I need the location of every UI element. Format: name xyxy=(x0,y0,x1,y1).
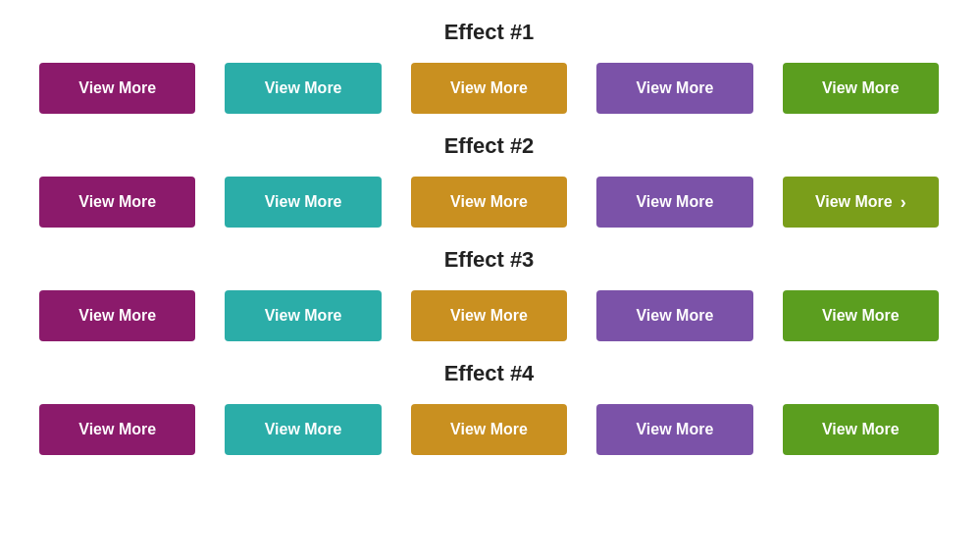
btn-2-3[interactable]: View More xyxy=(411,177,567,228)
effect-section-2: Effect #2 View More View More View More … xyxy=(39,133,939,228)
btn-4-3[interactable]: View More xyxy=(411,404,567,455)
btn-2-4[interactable]: View More xyxy=(596,177,752,228)
effect-section-3: Effect #3 View More View More View More … xyxy=(39,247,939,341)
btn-2-5[interactable]: View More › xyxy=(783,177,939,228)
btn-3-2[interactable]: View More xyxy=(225,290,381,341)
btn-4-5[interactable]: View More xyxy=(783,404,939,455)
page-container: Effect #1 View More View More View More … xyxy=(0,0,978,504)
chevron-right-icon: › xyxy=(901,192,906,213)
btn-4-1[interactable]: View More xyxy=(39,404,195,455)
btn-2-1[interactable]: View More xyxy=(39,177,195,228)
btn-2-2[interactable]: View More xyxy=(225,177,381,228)
button-row-3: View More View More View More View More … xyxy=(39,290,939,341)
effect-title-1: Effect #1 xyxy=(39,20,939,45)
btn-1-3[interactable]: View More xyxy=(411,63,567,114)
btn-1-2[interactable]: View More xyxy=(225,63,381,114)
btn-4-4[interactable]: View More xyxy=(596,404,752,455)
button-row-1: View More View More View More View More … xyxy=(39,63,939,114)
button-row-2: View More View More View More View More … xyxy=(39,177,939,228)
btn-2-5-label: View More xyxy=(815,193,893,211)
effect-title-2: Effect #2 xyxy=(39,133,939,159)
btn-1-1[interactable]: View More xyxy=(39,63,195,114)
effect-title-4: Effect #4 xyxy=(39,361,939,386)
effect-section-1: Effect #1 View More View More View More … xyxy=(39,20,939,114)
btn-3-1[interactable]: View More xyxy=(39,290,195,341)
effect-section-4: Effect #4 View More View More View More … xyxy=(39,361,939,455)
btn-3-4[interactable]: View More xyxy=(596,290,752,341)
btn-1-4[interactable]: View More xyxy=(596,63,752,114)
btn-3-3[interactable]: View More xyxy=(411,290,567,341)
btn-4-2[interactable]: View More xyxy=(225,404,381,455)
button-row-4: View More View More View More View More … xyxy=(39,404,939,455)
effect-title-3: Effect #3 xyxy=(39,247,939,273)
btn-1-5[interactable]: View More xyxy=(783,63,939,114)
btn-3-5[interactable]: View More xyxy=(783,290,939,341)
